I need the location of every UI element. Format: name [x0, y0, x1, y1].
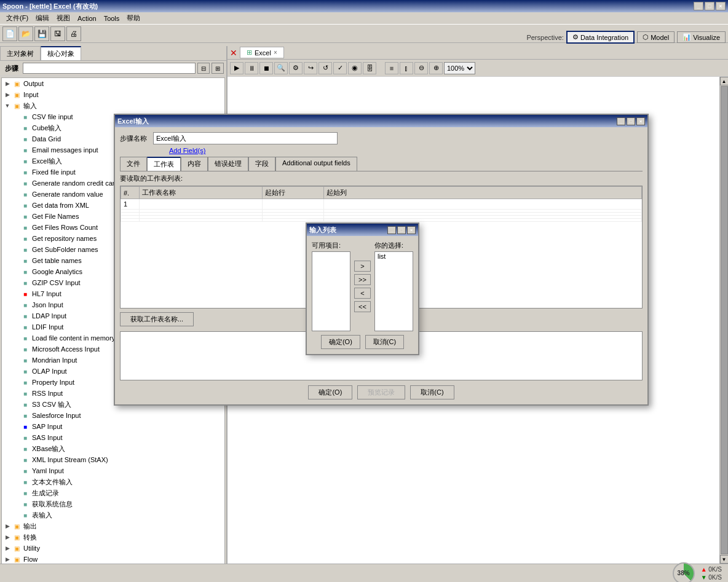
- move-all-left-btn[interactable]: <<: [354, 301, 371, 312]
- excel-dialog-maximize[interactable]: □: [627, 117, 635, 125]
- zoom-out-btn[interactable]: ⊖: [414, 62, 428, 74]
- item-sap[interactable]: ■ SAP Input: [10, 421, 224, 432]
- item-xml-stream[interactable]: ■ XML Input Stream (StAX): [10, 454, 224, 465]
- perspective-data-integration[interactable]: ⚙ Data Integration: [566, 31, 635, 44]
- zoom-in-btn[interactable]: ⊕: [429, 62, 443, 74]
- zoom-select[interactable]: 50% 75% 100% 125% 150%: [444, 62, 475, 74]
- move-all-right-btn[interactable]: >>: [354, 274, 371, 285]
- tree-category-utility[interactable]: ▶ ▣ Utility: [2, 543, 224, 554]
- cancel-btn[interactable]: 取消(C): [410, 385, 454, 399]
- canvas-tab-close[interactable]: ×: [274, 49, 277, 56]
- scroll-thumb[interactable]: [721, 86, 728, 554]
- list-dialog-close[interactable]: ×: [407, 226, 416, 234]
- maximize-btn[interactable]: □: [705, 2, 714, 10]
- scroll-up-arrow[interactable]: ▲: [720, 77, 729, 85]
- tree-category-output2[interactable]: ▶ ▣ 输出: [2, 521, 224, 532]
- ok-btn[interactable]: 确定(O): [308, 385, 352, 399]
- item-text-file-input[interactable]: ■ 文本文件输入: [10, 476, 224, 487]
- align-btn[interactable]: ≡: [385, 62, 398, 74]
- list-dialog-maximize[interactable]: □: [397, 226, 406, 234]
- perspective-model[interactable]: ⬡ Model: [637, 31, 675, 43]
- item-gen-record[interactable]: ■ 生成记录: [10, 487, 224, 498]
- close-btn[interactable]: ×: [716, 2, 726, 10]
- excel-tab-sheet[interactable]: 工作表: [147, 157, 181, 171]
- item-salesforce[interactable]: ■ Salesforce Input: [10, 410, 224, 421]
- menu-edit[interactable]: 编辑: [32, 12, 53, 24]
- impact-btn[interactable]: ◉: [348, 62, 362, 74]
- rss-icon: ■: [20, 388, 30, 398]
- stepinto-btn[interactable]: ↪: [304, 62, 317, 74]
- add-fields-link[interactable]: Add Field(s): [169, 147, 205, 154]
- print-btn[interactable]: 🖨: [66, 26, 81, 41]
- list-ok-btn[interactable]: 确定(O): [321, 335, 360, 349]
- step-name-input[interactable]: [153, 132, 338, 144]
- tree-category-transform[interactable]: ▶ ▣ 转换: [2, 532, 224, 543]
- available-listbox[interactable]: [312, 251, 350, 331]
- cell-sheet[interactable]: [140, 199, 263, 210]
- excel-dialog-minimize[interactable]: _: [617, 117, 625, 125]
- exploresql-btn[interactable]: 🗄: [363, 62, 376, 74]
- menu-file[interactable]: 文件(F): [2, 12, 32, 24]
- property-icon: ■: [20, 377, 30, 387]
- canvas-tab-excel[interactable]: ⊞ Excel ×: [240, 47, 284, 58]
- list-dialog-title: 输入列表: [309, 226, 336, 235]
- excel-tab-fields[interactable]: 字段: [248, 157, 275, 171]
- move-right-btn[interactable]: >: [354, 261, 371, 272]
- replay-btn[interactable]: ↺: [318, 62, 332, 74]
- table-row-empty4: [121, 219, 642, 222]
- model-icon: ⬡: [643, 33, 649, 41]
- excel-dialog-close[interactable]: ×: [636, 117, 645, 125]
- pause-btn[interactable]: ⏸: [245, 62, 258, 74]
- run-btn[interactable]: ▶: [230, 62, 243, 74]
- cell-startrow[interactable]: [263, 199, 324, 210]
- item-table-input[interactable]: ■ 表输入: [10, 509, 224, 521]
- item-xbase[interactable]: ■ XBase输入: [10, 443, 224, 454]
- step-expand-btn[interactable]: ⊞: [212, 63, 224, 74]
- scroll-down-arrow[interactable]: ▼: [720, 555, 729, 564]
- canvas-toolbar: ▶ ⏸ ⏹ 🔍 ⚙ ↪ ↺ ✓ ◉ 🗄 ≡ ⫿ ⊖ ⊕ 50% 75% 100%…: [228, 60, 728, 77]
- step-collapse-btn[interactable]: ⊟: [197, 63, 210, 74]
- stop-btn[interactable]: ⏹: [259, 62, 273, 74]
- tab-core-objects[interactable]: 核心对象: [41, 46, 81, 60]
- step-name-row: 步骤名称: [120, 132, 643, 144]
- excel-tab-file[interactable]: 文件: [120, 157, 147, 171]
- move-left-btn[interactable]: <: [354, 288, 371, 299]
- getrepo-icon: ■: [20, 234, 30, 243]
- open-btn[interactable]: 📂: [18, 26, 33, 41]
- sf-icon: ■: [20, 411, 30, 420]
- selected-listbox[interactable]: list: [374, 251, 413, 331]
- menu-action[interactable]: Action: [74, 14, 100, 23]
- tab-main-tree[interactable]: 主对象树: [0, 46, 41, 60]
- preview-records-btn[interactable]: 预览记录: [357, 385, 405, 399]
- item-yaml-input[interactable]: ■ Yaml Input: [10, 465, 224, 476]
- tree-category-output[interactable]: ▶ ▣ Output: [2, 78, 224, 89]
- expand-output: ▶: [3, 79, 12, 88]
- cell-startcol[interactable]: [324, 199, 642, 210]
- perspective-visualize[interactable]: 📊 Visualize: [677, 31, 726, 43]
- new-btn[interactable]: 📄: [2, 26, 17, 41]
- save-btn[interactable]: 💾: [34, 26, 49, 41]
- item-get-sysinfo[interactable]: ■ 获取系统信息: [10, 498, 224, 509]
- menu-help[interactable]: 帮助: [123, 12, 144, 24]
- check-btn[interactable]: ✓: [333, 62, 347, 74]
- step-search-bar: 步骤 ⊟ ⊞: [0, 61, 226, 76]
- excel-tab-error[interactable]: 错误处理: [208, 157, 248, 171]
- get-sheets-btn[interactable]: 获取工作表名称...: [120, 312, 194, 326]
- minimize-btn[interactable]: _: [694, 2, 703, 10]
- debug-btn[interactable]: ⚙: [289, 62, 303, 74]
- selected-item-list[interactable]: list: [375, 252, 413, 261]
- tree-category-ruku[interactable]: ▼ ▣ 输入: [2, 100, 224, 111]
- tree-category-input[interactable]: ▶ ▣ Input: [2, 89, 224, 100]
- list-cancel-btn[interactable]: 取消(C): [365, 335, 404, 349]
- menu-view[interactable]: 视图: [53, 12, 74, 24]
- menu-tools[interactable]: Tools: [100, 14, 124, 23]
- step-search-input[interactable]: [23, 63, 196, 74]
- excel-tab-additional[interactable]: Additional output fields: [275, 157, 357, 171]
- list-dialog-minimize[interactable]: _: [387, 226, 396, 234]
- title-bar-buttons: _ □ ×: [694, 2, 726, 10]
- excel-tab-content[interactable]: 内容: [181, 157, 208, 171]
- align2-btn[interactable]: ⫿: [400, 62, 413, 74]
- preview-btn[interactable]: 🔍: [274, 62, 288, 74]
- saveas-btn[interactable]: 🖫: [50, 26, 65, 41]
- item-sas[interactable]: ■ SAS Input: [10, 432, 224, 443]
